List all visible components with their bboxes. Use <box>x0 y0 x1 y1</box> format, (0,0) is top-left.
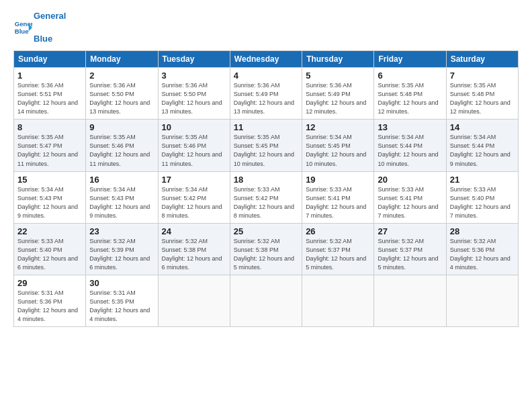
day-info: Sunrise: 5:34 AMSunset: 5:45 PMDaylight:… <box>306 133 370 168</box>
calendar-cell: 9Sunrise: 5:35 AMSunset: 5:46 PMDaylight… <box>86 120 158 171</box>
day-number: 6 <box>378 71 442 81</box>
svg-text:Blue: Blue <box>15 27 29 34</box>
weekday-header-wednesday: Wednesday <box>230 51 302 68</box>
day-info: Sunrise: 5:32 AMSunset: 5:36 PMDaylight:… <box>450 237 515 272</box>
day-info: Sunrise: 5:33 AMSunset: 5:40 PMDaylight:… <box>450 185 515 220</box>
day-number: 27 <box>378 226 442 236</box>
day-info: Sunrise: 5:32 AMSunset: 5:39 PMDaylight:… <box>89 237 154 272</box>
weekday-header-tuesday: Tuesday <box>158 51 230 68</box>
calendar-cell: 29Sunrise: 5:31 AMSunset: 5:36 PMDayligh… <box>14 275 86 326</box>
day-number: 11 <box>234 122 298 132</box>
calendar-cell: 17Sunrise: 5:34 AMSunset: 5:42 PMDayligh… <box>158 171 230 223</box>
day-number: 16 <box>89 175 154 185</box>
calendar-cell: 13Sunrise: 5:34 AMSunset: 5:44 PMDayligh… <box>374 120 446 171</box>
calendar-cell: 19Sunrise: 5:33 AMSunset: 5:41 PMDayligh… <box>302 171 374 223</box>
weekday-header-saturday: Saturday <box>446 51 518 68</box>
day-number: 17 <box>162 175 226 185</box>
calendar-cell <box>374 275 446 326</box>
day-number: 28 <box>450 226 515 236</box>
calendar-cell: 22Sunrise: 5:33 AMSunset: 5:40 PMDayligh… <box>14 223 86 275</box>
calendar-cell: 3Sunrise: 5:36 AMSunset: 5:50 PMDaylight… <box>158 68 230 120</box>
day-number: 8 <box>17 122 82 132</box>
day-number: 18 <box>234 175 298 185</box>
day-number: 10 <box>162 122 226 132</box>
logo: General Blue GeneralBlue <box>13 11 66 44</box>
day-number: 2 <box>89 71 154 81</box>
day-info: Sunrise: 5:36 AMSunset: 5:49 PMDaylight:… <box>306 81 370 116</box>
day-info: Sunrise: 5:36 AMSunset: 5:51 PMDaylight:… <box>17 81 82 116</box>
calendar-week-row: 15Sunrise: 5:34 AMSunset: 5:43 PMDayligh… <box>14 171 519 223</box>
calendar-cell <box>158 275 230 326</box>
day-info: Sunrise: 5:33 AMSunset: 5:41 PMDaylight:… <box>378 185 442 220</box>
calendar-cell: 4Sunrise: 5:36 AMSunset: 5:49 PMDaylight… <box>230 68 302 120</box>
calendar-week-row: 22Sunrise: 5:33 AMSunset: 5:40 PMDayligh… <box>14 223 519 275</box>
calendar-table: SundayMondayTuesdayWednesdayThursdayFrid… <box>13 50 519 327</box>
calendar-cell: 11Sunrise: 5:35 AMSunset: 5:45 PMDayligh… <box>230 120 302 171</box>
calendar-cell <box>230 275 302 326</box>
day-number: 29 <box>17 278 82 288</box>
calendar-header-row: SundayMondayTuesdayWednesdayThursdayFrid… <box>14 51 519 68</box>
day-number: 5 <box>306 71 370 81</box>
calendar-cell: 18Sunrise: 5:33 AMSunset: 5:42 PMDayligh… <box>230 171 302 223</box>
calendar-cell: 2Sunrise: 5:36 AMSunset: 5:50 PMDaylight… <box>86 68 158 120</box>
day-number: 9 <box>89 122 154 132</box>
day-info: Sunrise: 5:34 AMSunset: 5:43 PMDaylight:… <box>89 185 154 220</box>
day-number: 30 <box>89 278 154 288</box>
day-info: Sunrise: 5:35 AMSunset: 5:48 PMDaylight:… <box>378 81 442 116</box>
day-info: Sunrise: 5:36 AMSunset: 5:50 PMDaylight:… <box>89 81 154 116</box>
logo-line1: General <box>34 11 66 21</box>
day-number: 25 <box>234 226 298 236</box>
calendar-cell <box>302 275 374 326</box>
day-info: Sunrise: 5:35 AMSunset: 5:48 PMDaylight:… <box>450 81 515 116</box>
calendar-cell: 21Sunrise: 5:33 AMSunset: 5:40 PMDayligh… <box>446 171 518 223</box>
day-number: 12 <box>306 122 370 132</box>
calendar-cell: 1Sunrise: 5:36 AMSunset: 5:51 PMDaylight… <box>14 68 86 120</box>
weekday-header-thursday: Thursday <box>302 51 374 68</box>
day-number: 26 <box>306 226 370 236</box>
calendar-cell: 15Sunrise: 5:34 AMSunset: 5:43 PMDayligh… <box>14 171 86 223</box>
calendar-cell: 10Sunrise: 5:35 AMSunset: 5:46 PMDayligh… <box>158 120 230 171</box>
calendar-cell: 28Sunrise: 5:32 AMSunset: 5:36 PMDayligh… <box>446 223 518 275</box>
day-number: 4 <box>234 71 298 81</box>
day-info: Sunrise: 5:33 AMSunset: 5:40 PMDaylight:… <box>17 237 82 272</box>
logo-icon: General Blue <box>13 18 32 37</box>
calendar-cell: 6Sunrise: 5:35 AMSunset: 5:48 PMDaylight… <box>374 68 446 120</box>
day-info: Sunrise: 5:35 AMSunset: 5:46 PMDaylight:… <box>89 133 154 168</box>
day-info: Sunrise: 5:34 AMSunset: 5:44 PMDaylight:… <box>450 133 515 168</box>
calendar-week-row: 29Sunrise: 5:31 AMSunset: 5:36 PMDayligh… <box>14 275 519 326</box>
day-info: Sunrise: 5:34 AMSunset: 5:44 PMDaylight:… <box>378 133 442 168</box>
day-info: Sunrise: 5:35 AMSunset: 5:45 PMDaylight:… <box>234 133 298 168</box>
calendar-cell: 20Sunrise: 5:33 AMSunset: 5:41 PMDayligh… <box>374 171 446 223</box>
day-number: 1 <box>17 71 82 81</box>
day-info: Sunrise: 5:32 AMSunset: 5:37 PMDaylight:… <box>306 237 370 272</box>
day-info: Sunrise: 5:32 AMSunset: 5:38 PMDaylight:… <box>162 237 226 272</box>
day-info: Sunrise: 5:36 AMSunset: 5:49 PMDaylight:… <box>234 81 298 116</box>
day-info: Sunrise: 5:33 AMSunset: 5:42 PMDaylight:… <box>234 185 298 220</box>
calendar-cell: 7Sunrise: 5:35 AMSunset: 5:48 PMDaylight… <box>446 68 518 120</box>
logo-text-block: GeneralBlue <box>34 11 66 44</box>
calendar-cell: 27Sunrise: 5:32 AMSunset: 5:37 PMDayligh… <box>374 223 446 275</box>
calendar-cell: 26Sunrise: 5:32 AMSunset: 5:37 PMDayligh… <box>302 223 374 275</box>
day-number: 20 <box>378 175 442 185</box>
day-info: Sunrise: 5:34 AMSunset: 5:42 PMDaylight:… <box>162 185 226 220</box>
day-number: 21 <box>450 175 515 185</box>
logo-line2: Blue <box>34 34 66 44</box>
calendar-week-row: 1Sunrise: 5:36 AMSunset: 5:51 PMDaylight… <box>14 68 519 120</box>
header: General Blue GeneralBlue <box>13 11 519 44</box>
calendar-cell: 30Sunrise: 5:31 AMSunset: 5:35 PMDayligh… <box>86 275 158 326</box>
calendar-cell: 23Sunrise: 5:32 AMSunset: 5:39 PMDayligh… <box>86 223 158 275</box>
calendar-cell: 8Sunrise: 5:35 AMSunset: 5:47 PMDaylight… <box>14 120 86 171</box>
day-number: 3 <box>162 71 226 81</box>
weekday-header-friday: Friday <box>374 51 446 68</box>
day-number: 15 <box>17 175 82 185</box>
calendar-cell: 24Sunrise: 5:32 AMSunset: 5:38 PMDayligh… <box>158 223 230 275</box>
day-info: Sunrise: 5:31 AMSunset: 5:36 PMDaylight:… <box>17 289 82 324</box>
weekday-header-sunday: Sunday <box>14 51 86 68</box>
day-number: 14 <box>450 122 515 132</box>
page: General Blue GeneralBlue SundayMondayTue… <box>0 0 532 411</box>
day-info: Sunrise: 5:32 AMSunset: 5:38 PMDaylight:… <box>234 237 298 272</box>
day-info: Sunrise: 5:33 AMSunset: 5:41 PMDaylight:… <box>306 185 370 220</box>
day-number: 13 <box>378 122 442 132</box>
calendar-cell <box>446 275 518 326</box>
day-info: Sunrise: 5:34 AMSunset: 5:43 PMDaylight:… <box>17 185 82 220</box>
